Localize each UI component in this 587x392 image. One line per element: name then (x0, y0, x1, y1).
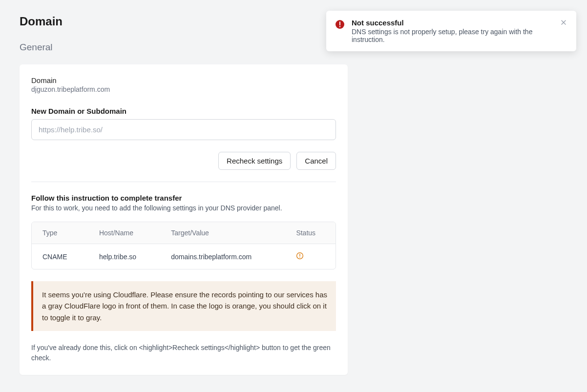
recheck-settings-button[interactable]: Recheck settings (218, 152, 291, 170)
toast-body: Not successful DNS settings is not prope… (352, 19, 553, 43)
toast-close-button[interactable] (560, 19, 567, 28)
instruction-title: Follow this instruction to complete tran… (31, 194, 336, 202)
cell-type: CNAME (32, 244, 88, 269)
col-status: Status (285, 222, 335, 244)
svg-point-5 (339, 26, 340, 27)
cell-target: domains.tribeplatform.com (160, 244, 285, 269)
table-row: CNAME help.tribe.so domains.tribeplatfor… (32, 244, 335, 269)
domain-current-value: djguzon.tribeplatform.com (31, 85, 336, 93)
col-host: Host/Name (88, 222, 160, 244)
col-type: Type (32, 222, 88, 244)
toast-message: DNS settings is not properly setup, plea… (352, 28, 553, 43)
new-domain-label: New Domain or Subdomain (31, 107, 336, 115)
domain-label: Domain (31, 76, 336, 84)
footer-note: If you've already done this, click on <h… (31, 343, 336, 363)
form-actions: Recheck settings Cancel (31, 152, 336, 182)
cancel-button[interactable]: Cancel (296, 152, 336, 170)
cell-status (285, 244, 335, 269)
table-header-row: Type Host/Name Target/Value Status (32, 222, 335, 244)
dns-table: Type Host/Name Target/Value Status CNAME… (31, 222, 336, 269)
new-domain-input[interactable] (31, 119, 336, 140)
error-toast: Not successful DNS settings is not prope… (326, 11, 576, 51)
warning-icon (296, 252, 304, 260)
cloudflare-warning: It seems you're using Cloudflare. Please… (31, 281, 336, 331)
cell-host: help.tribe.so (88, 244, 160, 269)
domain-card: Domain djguzon.tribeplatform.com New Dom… (20, 64, 348, 375)
svg-point-2 (300, 257, 301, 258)
col-target: Target/Value (160, 222, 285, 244)
toast-title: Not successful (352, 19, 553, 27)
instruction-description: For this to work, you need to add the fo… (31, 204, 336, 212)
error-icon (335, 20, 345, 31)
close-icon (560, 21, 567, 28)
